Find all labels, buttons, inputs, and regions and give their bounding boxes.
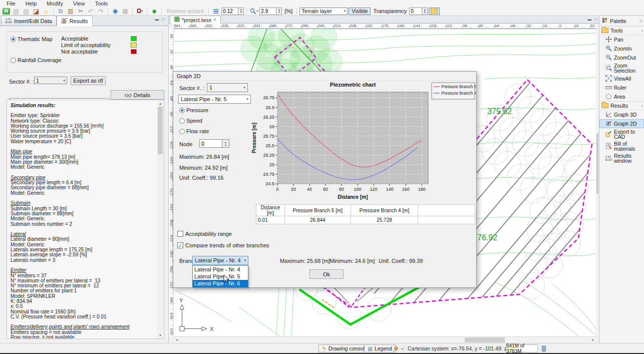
svg-text:40: 40 bbox=[307, 187, 312, 192]
panel-item-zoom-selection[interactable]: Zoom Selection bbox=[599, 62, 644, 74]
save-icon[interactable]: ▤ bbox=[12, 8, 21, 15]
section-header-tools[interactable]: Tools▪ bbox=[599, 26, 644, 35]
maximize-icon[interactable]: □ bbox=[594, 17, 597, 22]
dropdown-option[interactable]: Lateral Pipe - Nr. 4 bbox=[193, 266, 248, 273]
panel-item-graph-2d[interactable]: Graph 2D bbox=[599, 119, 644, 128]
maximize-icon[interactable]: □ bbox=[162, 17, 164, 22]
wizard-icon[interactable]: W bbox=[2, 8, 11, 15]
globe-icon[interactable]: ◉ bbox=[111, 8, 120, 15]
node-stepper[interactable]: ▲▼ bbox=[222, 139, 229, 148]
sector-select[interactable]: 1▾ bbox=[207, 83, 248, 92]
undo-icon[interactable]: ↶ bbox=[86, 8, 95, 15]
panel-item-ruler[interactable]: Ruler bbox=[599, 83, 644, 92]
transparency-input[interactable] bbox=[409, 8, 422, 15]
folder-icon bbox=[601, 28, 608, 33]
left-panel: 1,23E+03 Insert/Edit Data Results ▬ □ Th… bbox=[0, 16, 169, 343]
view-all-icon bbox=[605, 75, 612, 83]
close-icon[interactable]: × bbox=[213, 17, 216, 23]
thematic-map-radio[interactable]: Thematic Map bbox=[11, 36, 53, 42]
x-axis-label: Distance [m] bbox=[338, 194, 368, 200]
folder-icon[interactable] bbox=[429, 8, 440, 15]
export-rtf-button[interactable]: Export as rtf bbox=[71, 76, 106, 85]
layer-select[interactable]: Terrain layer▾ bbox=[299, 8, 348, 15]
sim-result-line bbox=[11, 227, 157, 232]
transparency-spinner[interactable]: ▲▼ bbox=[409, 8, 428, 15]
image-export-icon[interactable]: ▦ bbox=[121, 8, 130, 15]
panel-item-pan[interactable]: Pan bbox=[599, 35, 644, 44]
dropdown-option[interactable]: Lateral Pipe - Nr. 6 bbox=[193, 280, 248, 287]
branch-compare-select[interactable]: Lateral Pipe - Nr. 4▾ bbox=[192, 256, 248, 265]
trash-icon[interactable] bbox=[541, 345, 547, 353]
dropdown-option[interactable]: Lateral Pipe - Nr. 5 bbox=[193, 273, 248, 280]
magnet-icon[interactable]: Ω▾ bbox=[135, 8, 144, 15]
minimize-icon[interactable]: ▬ bbox=[155, 17, 159, 22]
redo-icon[interactable]: ↷ bbox=[96, 8, 105, 15]
sector-select[interactable]: 1▾ bbox=[34, 77, 67, 84]
copy-icon[interactable]: ⧉ bbox=[56, 8, 65, 15]
zoom-level-spinner[interactable]: ▲▼ bbox=[259, 8, 282, 15]
palette-header[interactable]: Palette▷ bbox=[599, 16, 644, 26]
panel-item-bill-of-materials[interactable]: Bill of materials bbox=[599, 140, 644, 152]
ruler-tick: 0 bbox=[559, 24, 561, 28]
menu-tools[interactable]: Tools bbox=[90, 1, 112, 7]
ruler-tick: -128 bbox=[428, 24, 436, 28]
branch-uniformity-value: Unif. Coeff.: 99.39 bbox=[379, 258, 423, 264]
menu-help[interactable]: Help bbox=[21, 1, 42, 7]
node-input[interactable] bbox=[199, 139, 222, 148]
menu-file[interactable]: File bbox=[2, 1, 20, 7]
grid-size-input[interactable] bbox=[221, 8, 238, 15]
exit-door-icon[interactable]: ◪ bbox=[32, 8, 41, 15]
svg-text:60: 60 bbox=[323, 187, 328, 192]
pressure-radio[interactable]: Pressure bbox=[179, 107, 208, 113]
magnifier-icon[interactable]: ▾ bbox=[249, 8, 258, 15]
snap-grid-icon[interactable]: ⊞ bbox=[211, 8, 220, 15]
tab-results[interactable]: Results bbox=[57, 16, 93, 26]
menu-view[interactable]: View bbox=[69, 1, 90, 7]
scrollbar-thumb[interactable] bbox=[158, 107, 163, 154]
acceptability-range-checkbox[interactable] bbox=[177, 231, 183, 237]
tab-project[interactable]: *project.iwsx × bbox=[170, 16, 221, 24]
ruler-tick: -256 bbox=[300, 24, 308, 28]
paint-bucket-icon bbox=[393, 345, 399, 352]
visible-button[interactable]: Visible bbox=[349, 8, 371, 15]
menu-modify[interactable]: Modify bbox=[42, 1, 67, 7]
results-scrollbar[interactable]: ▴ ▾ bbox=[157, 101, 163, 338]
section-header-results[interactable]: Results▪ bbox=[599, 101, 644, 110]
rainfall-coverage-radio[interactable]: Rainfall Coverage bbox=[11, 57, 62, 63]
tab-insert-edit-data[interactable]: 1,23E+03 Insert/Edit Data bbox=[1, 16, 57, 26]
node-label: Node bbox=[179, 141, 192, 147]
panel-item-viewall[interactable]: ViewAll bbox=[599, 74, 644, 83]
panel-item-graph-3d[interactable]: Graph 3D bbox=[599, 110, 644, 119]
flow-rate-radio[interactable]: Flow rate bbox=[179, 128, 209, 134]
branch-main-select[interactable]: Lateral Pipe - Nr. 5▾ bbox=[178, 95, 251, 104]
svg-text:26: 26 bbox=[269, 124, 274, 129]
lamp-icon[interactable]: ☼ bbox=[42, 8, 51, 15]
ok-button[interactable]: Ok bbox=[309, 269, 344, 279]
panel-item-area[interactable]: Area bbox=[599, 92, 644, 101]
scrollbar-thumb[interactable] bbox=[465, 337, 505, 342]
panel-item-export-to-cad[interactable]: Export to CAD bbox=[599, 128, 644, 140]
folder-icon bbox=[601, 103, 608, 108]
cut-icon[interactable]: ✂ bbox=[76, 8, 85, 15]
scrollbar-thumb[interactable] bbox=[596, 134, 598, 194]
details-button[interactable]: Details bbox=[111, 90, 164, 100]
palette-expand-icon[interactable]: ▷ bbox=[640, 19, 643, 23]
pin-icon[interactable]: ▪ bbox=[641, 29, 643, 33]
paste-icon[interactable]: ▨ bbox=[66, 8, 75, 15]
minimize-icon[interactable]: ▬ bbox=[587, 17, 591, 22]
save-as-icon[interactable]: ▥ bbox=[22, 8, 31, 15]
speed-radio[interactable]: Speed bbox=[179, 118, 202, 124]
pin-icon[interactable]: ▪ bbox=[641, 104, 643, 108]
panel-item-zoomin[interactable]: ZoomIn bbox=[599, 44, 644, 53]
zoom-level-input[interactable] bbox=[259, 8, 276, 15]
compare-trends-checkbox[interactable]: ✓ bbox=[177, 242, 183, 248]
panel-item-results-window[interactable]: 1,23E+03Results window bbox=[599, 152, 644, 164]
drawing-console-button[interactable]: ✎ Drawing console bbox=[318, 344, 371, 352]
restore-wizard-button[interactable]: Restore wizard bbox=[164, 8, 206, 14]
doc-window-buttons: ▬ □ bbox=[587, 17, 597, 22]
panel-item-zoomout[interactable]: ZoomOut bbox=[599, 53, 644, 62]
area-map-icon[interactable]: ◆ bbox=[150, 8, 159, 15]
horizontal-scrollbar[interactable]: ◂ ▸ bbox=[174, 336, 596, 343]
svg-text:120: 120 bbox=[370, 187, 378, 192]
grid-size-spinner[interactable]: ▲▼ bbox=[221, 8, 244, 15]
